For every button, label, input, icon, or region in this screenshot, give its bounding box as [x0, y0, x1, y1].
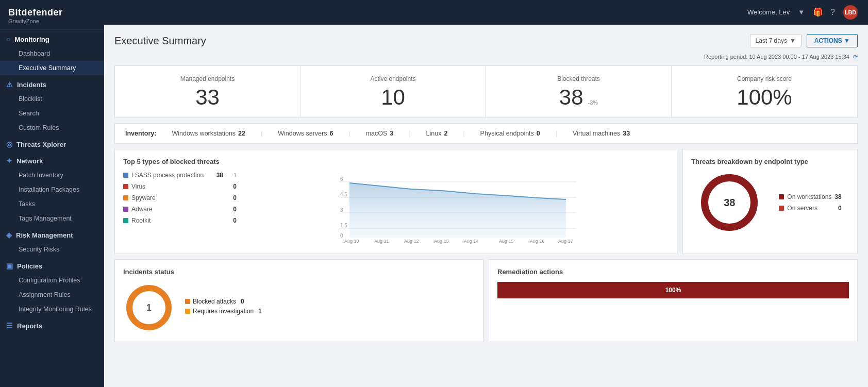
page-header-right: Last 7 days ▼ ACTIONS ▼ — [750, 34, 858, 47]
incidents-legend: Blocked attacks 0 Requires investigation… — [185, 298, 262, 317]
sidebar-section-reports-label: Reports — [17, 322, 42, 330]
lsass-dot — [123, 173, 128, 178]
stat-blocked-threats: Blocked threats 38 -3% — [486, 66, 672, 117]
lsass-delta: -1 — [226, 172, 237, 178]
stat-managed-value: 33 — [195, 87, 220, 108]
stat-risk-score: Company risk score 100% — [672, 66, 857, 117]
sidebar-section-network[interactable]: ✦ Network — [0, 152, 104, 168]
lsass-name: LSASS process protection — [131, 172, 210, 179]
top-threats-title: Top 5 types of blocked threats — [123, 158, 669, 165]
remediation-bar: 100% — [497, 282, 849, 298]
incidents-legend-blocked: Blocked attacks 0 — [185, 298, 262, 305]
inventory-virtual-name: Virtual machines — [573, 130, 620, 137]
incidents-donut-wrap: 1 — [123, 282, 175, 333]
sidebar-item-integrity-monitoring-rules[interactable]: Integrity Monitoring Rules — [0, 302, 104, 316]
stat-blocked-label: Blocked threats — [496, 75, 661, 82]
topbar: Welcome, Lev ▼ 🎁 ? LBD — [104, 0, 868, 25]
sidebar-section-risk-management-label: Risk Management — [16, 231, 73, 239]
threats-list: LSASS process protection 38 -1 Virus 0 S… — [123, 172, 237, 245]
inventory-row: Inventory: Windows workstations 22 | Win… — [114, 123, 858, 144]
policies-icon: ▣ — [6, 262, 13, 270]
sidebar-section-reports[interactable]: ☰ Reports — [0, 316, 104, 333]
sidebar-item-blocklist[interactable]: Blocklist — [0, 92, 104, 106]
workstations-label: On workstations — [787, 193, 831, 200]
topbar-dropdown-icon[interactable]: ▼ — [798, 8, 805, 16]
inventory-windows-workstations-name: Windows workstations — [172, 130, 236, 137]
adware-count: 0 — [226, 206, 237, 213]
sidebar-item-installation-packages[interactable]: Installation Packages — [0, 182, 104, 197]
stat-active-label: Active endpoints — [311, 75, 475, 82]
monitoring-icon: ○ — [6, 35, 10, 43]
sidebar-section-incidents[interactable]: ⚠ Incidents — [0, 75, 104, 92]
sidebar-item-tags-management[interactable]: Tags Management — [0, 211, 104, 226]
brand-name: Bitdefender — [8, 7, 96, 18]
sidebar-item-assignment-rules[interactable]: Assignment Rules — [0, 288, 104, 302]
inventory-linux-name: Linux — [426, 130, 442, 137]
sidebar-section-policies[interactable]: ▣ Policies — [0, 257, 104, 273]
inventory-macos: macOS 3 — [366, 130, 394, 137]
sidebar-item-executive-summary[interactable]: Executive Summary — [0, 61, 104, 75]
avatar[interactable]: LBD — [843, 5, 858, 20]
svg-text:Aug 15: Aug 15 — [499, 239, 514, 244]
sidebar-section-monitoring[interactable]: ○ Monitoring — [0, 30, 104, 46]
svg-text:Aug 10: Aug 10 — [344, 239, 359, 244]
stat-risk-value: 100% — [737, 87, 792, 108]
incidents-legend-investigation: Requires investigation 1 — [185, 308, 262, 315]
threats-line-chart: 6 4.5 3 1.5 0 — [247, 172, 669, 244]
stat-risk-label: Company risk score — [682, 75, 847, 82]
virus-dot — [123, 184, 128, 189]
svg-text:1.5: 1.5 — [340, 223, 347, 228]
donut-legend-workstations: On workstations 38 — [779, 193, 841, 200]
sidebar-logo: Bitdefender GravityZone — [0, 0, 104, 30]
svg-text:6: 6 — [340, 176, 343, 182]
sidebar-section-threats-xplorer[interactable]: ◎ Threats Xplorer — [0, 135, 104, 152]
sidebar-item-tasks[interactable]: Tasks — [0, 197, 104, 211]
servers-dot — [779, 206, 784, 211]
date-dropdown-icon: ▼ — [790, 37, 796, 44]
rootkit-dot — [123, 218, 128, 223]
threats-xplorer-icon: ◎ — [6, 140, 12, 148]
sidebar-item-dashboard[interactable]: Dashboard — [0, 46, 104, 61]
lsass-count: 38 — [213, 172, 223, 179]
sidebar-item-security-risks[interactable]: Security Risks — [0, 242, 104, 257]
sidebar-section-incidents-label: Incidents — [17, 81, 46, 89]
svg-text:Aug 11: Aug 11 — [374, 239, 389, 244]
threat-row-spyware: Spyware 0 — [123, 194, 237, 201]
remediation-card: Remediation actions 100% — [489, 259, 858, 342]
content-area: Executive Summary Last 7 days ▼ ACTIONS … — [104, 25, 868, 387]
gift-icon[interactable]: 🎁 — [813, 7, 823, 17]
virus-name: Virus — [131, 183, 223, 190]
threats-breakdown-title: Threats breakdown by endpoint type — [691, 158, 849, 165]
inventory-virtual-count: 33 — [623, 130, 630, 137]
refresh-icon[interactable]: ⟳ — [853, 54, 858, 60]
incidents-icon: ⚠ — [6, 80, 13, 89]
date-range-dropdown[interactable]: Last 7 days ▼ — [750, 34, 802, 47]
workstations-count: 38 — [834, 193, 841, 200]
blocked-attacks-label: Blocked attacks — [193, 298, 236, 305]
stat-active-endpoints: Active endpoints 10 — [301, 66, 486, 117]
bottom-row: Incidents status 1 Blocked attacks — [114, 259, 858, 342]
stat-blocked-delta: -3% — [588, 99, 598, 106]
main-content: Welcome, Lev ▼ 🎁 ? LBD Executive Summary… — [104, 0, 868, 387]
sidebar-item-search[interactable]: Search — [0, 106, 104, 121]
help-icon[interactable]: ? — [830, 8, 835, 17]
inventory-windows-servers-count: 6 — [329, 130, 333, 137]
risk-management-icon: ◈ — [6, 231, 12, 239]
investigation-count: 1 — [258, 308, 262, 315]
sidebar-item-patch-inventory[interactable]: Patch Inventory — [0, 168, 104, 182]
threat-row-rootkit: Rootkit 0 — [123, 217, 237, 224]
incidents-center-value: 1 — [146, 302, 152, 313]
spyware-dot — [123, 195, 128, 200]
stats-row: Managed endpoints 33 Active endpoints 10… — [114, 65, 858, 118]
threats-content: LSASS process protection 38 -1 Virus 0 S… — [123, 172, 669, 245]
sidebar-item-configuration-profiles[interactable]: Configuration Profiles — [0, 273, 104, 288]
network-icon: ✦ — [6, 157, 12, 165]
top-threats-card: Top 5 types of blocked threats LSASS pro… — [114, 149, 677, 254]
stat-managed-label: Managed endpoints — [125, 75, 290, 82]
brand-subtitle: GravityZone — [8, 18, 96, 24]
sidebar-section-risk-management[interactable]: ◈ Risk Management — [0, 226, 104, 242]
sidebar-item-custom-rules[interactable]: Custom Rules — [0, 121, 104, 135]
workstations-dot — [779, 194, 784, 199]
svg-text:Aug 16: Aug 16 — [530, 239, 545, 244]
actions-button[interactable]: ACTIONS ▼ — [807, 34, 858, 47]
